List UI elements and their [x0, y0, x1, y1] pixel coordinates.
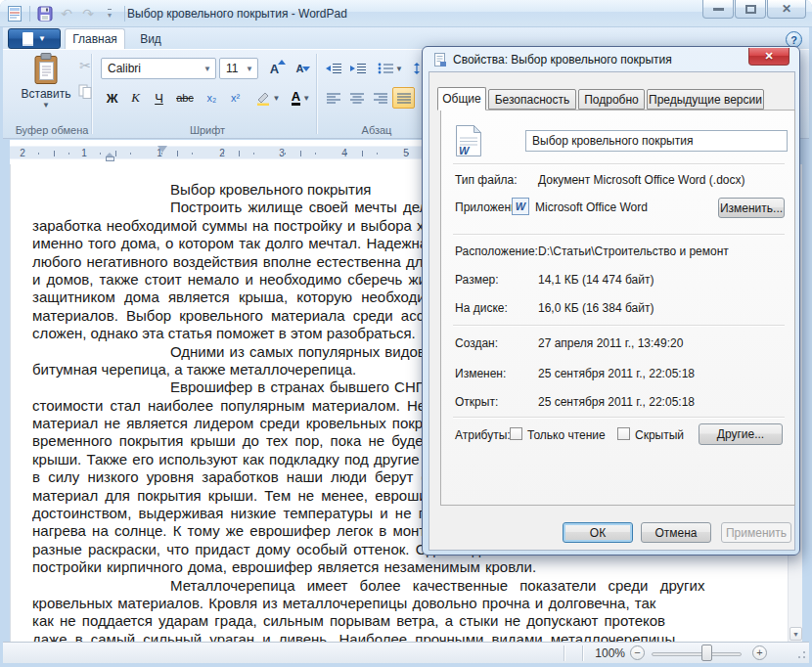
tab-details[interactable]: Подробно: [578, 89, 645, 110]
chevron-down-icon: ▼: [273, 94, 281, 103]
ruler-tick: [253, 153, 254, 155]
created-value: 27 апреля 2011 г., 13:49:20: [538, 336, 683, 350]
divider: [453, 325, 785, 327]
font-color-button[interactable]: A ▼: [286, 87, 316, 109]
ruler-tick: [54, 151, 55, 156]
paste-label: Вставить: [22, 87, 71, 101]
divider: [316, 54, 317, 134]
align-right-button[interactable]: [369, 87, 391, 109]
undo-icon[interactable]: ↶: [56, 3, 77, 24]
copy-button[interactable]: [75, 81, 95, 101]
decrease-indent-icon: [326, 63, 341, 74]
ruler-tick: [38, 153, 39, 155]
paragraph-group-label: Абзац: [322, 124, 431, 136]
wordpad-menu-button[interactable]: ▼: [8, 28, 61, 49]
customize-arrow-icon[interactable]: ▾: [99, 3, 120, 24]
save-icon[interactable]: [34, 3, 56, 24]
ruler-tick: [192, 153, 193, 155]
grow-font-button[interactable]: A: [262, 58, 287, 79]
font-size-value: 11: [226, 62, 238, 75]
readonly-checkbox[interactable]: [510, 427, 522, 440]
align-right-icon: [374, 93, 387, 104]
location-label: Расположение:: [455, 245, 538, 258]
tab-previous-versions[interactable]: Предыдущие версии: [647, 89, 764, 110]
document-line: Металлочерепица имеет более качественные…: [32, 577, 788, 595]
zoom-slider-track[interactable]: [652, 652, 742, 656]
justify-button[interactable]: [392, 87, 415, 109]
tab-general-label: Общие: [442, 92, 480, 106]
font-name-combo[interactable]: Calibri ▼: [101, 58, 216, 79]
scroll-down-icon[interactable]: ▼: [789, 627, 802, 641]
underline-button[interactable]: Ч: [148, 87, 170, 109]
indent-marker-top: [106, 149, 113, 156]
change-app-button[interactable]: Изменить...: [718, 198, 785, 218]
highlight-button[interactable]: ▼: [251, 87, 284, 109]
copy-icon: [78, 84, 93, 99]
status-bar: 100% − +: [3, 642, 809, 663]
divider: [124, 6, 125, 22]
tab-security[interactable]: Безопасность: [488, 89, 576, 110]
cut-button[interactable]: ✂: [75, 56, 95, 75]
document-line: как не поддается ударам града, сильным п…: [32, 612, 788, 630]
first-line-indent-marker[interactable]: [158, 146, 167, 157]
ruler-number: 3: [279, 148, 285, 158]
font-color-icon: A: [292, 90, 300, 106]
bullets-button[interactable]: ▼: [375, 58, 406, 79]
word-document-icon: W: [453, 124, 484, 157]
paste-button[interactable]: Вставить ▼: [15, 53, 77, 123]
divider: [582, 645, 583, 661]
tab-details-label: Подробно: [584, 93, 639, 107]
dialog-close-button[interactable]: ✕: [748, 48, 789, 66]
zoom-slider-thumb[interactable]: [701, 645, 712, 661]
document-line: кровельных материалов. Кровля из металло…: [32, 595, 788, 612]
align-center-icon: [350, 93, 364, 104]
wordpad-window: ↶ ↷ ▾ Выбор кровельного покрытия - WordP…: [0, 0, 812, 667]
ruler-tick: [100, 153, 101, 155]
subscript-button[interactable]: x₂: [201, 87, 223, 109]
size-on-disk-value: 16,0 КБ (16 384 байт): [538, 301, 654, 315]
grow-font-icon: A: [270, 62, 279, 76]
filename-input[interactable]: [525, 130, 788, 152]
tab-view[interactable]: Вид: [127, 28, 174, 49]
increase-indent-button[interactable]: [346, 58, 369, 79]
superscript-button[interactable]: x²: [224, 87, 247, 109]
redo-icon[interactable]: ↷: [77, 3, 99, 24]
hidden-checkbox[interactable]: [617, 427, 630, 440]
minimize-button[interactable]: [702, 0, 734, 19]
other-attributes-button[interactable]: Другие...: [699, 423, 783, 445]
tab-home[interactable]: Главная: [65, 28, 125, 49]
ruler-tick: [115, 151, 116, 156]
properties-icon: [432, 52, 447, 67]
font-size-combo[interactable]: 11 ▼: [219, 58, 258, 79]
modified-value: 25 сентября 2011 г., 22:05:18: [538, 367, 695, 380]
shrink-font-icon: A: [296, 63, 304, 74]
ruler-number: 1: [81, 148, 87, 158]
ruler-tick: [177, 151, 178, 156]
apply-button[interactable]: Применить: [721, 522, 791, 543]
close-button[interactable]: ✕: [767, 0, 806, 19]
maximize-button[interactable]: [735, 0, 766, 19]
left-indent-marker[interactable]: [106, 149, 114, 161]
align-center-button[interactable]: [345, 87, 368, 109]
align-left-button[interactable]: [322, 87, 344, 109]
tab-view-label: Вид: [140, 32, 161, 46]
increase-indent-icon: [350, 63, 366, 74]
chevron-down-icon: ▼: [38, 34, 46, 43]
zoom-in-button[interactable]: +: [752, 645, 767, 660]
decrease-indent-button[interactable]: [322, 58, 344, 79]
wordpad-icon[interactable]: [4, 3, 25, 24]
dialog-title-bar: Свойства: Выбор кровельного покрытия: [432, 52, 672, 67]
cancel-button[interactable]: Отмена: [641, 522, 711, 543]
strikethrough-button[interactable]: abc: [171, 87, 199, 109]
shrink-font-button[interactable]: A: [289, 58, 311, 79]
ok-button[interactable]: ОК: [563, 522, 633, 543]
tab-general[interactable]: Общие: [437, 87, 486, 111]
italic-button[interactable]: К: [124, 87, 147, 109]
font-group-label: Шрифт: [97, 124, 318, 136]
chevron-down-icon: ▼: [395, 65, 403, 73]
ruler-number: 4: [341, 148, 347, 158]
zoom-out-button[interactable]: −: [630, 645, 645, 660]
bold-button[interactable]: Ж: [101, 87, 123, 109]
scissors-cut-icon: ✂: [79, 58, 91, 73]
location-value: D:\Статьи\Строительство и ремонт: [538, 245, 729, 258]
